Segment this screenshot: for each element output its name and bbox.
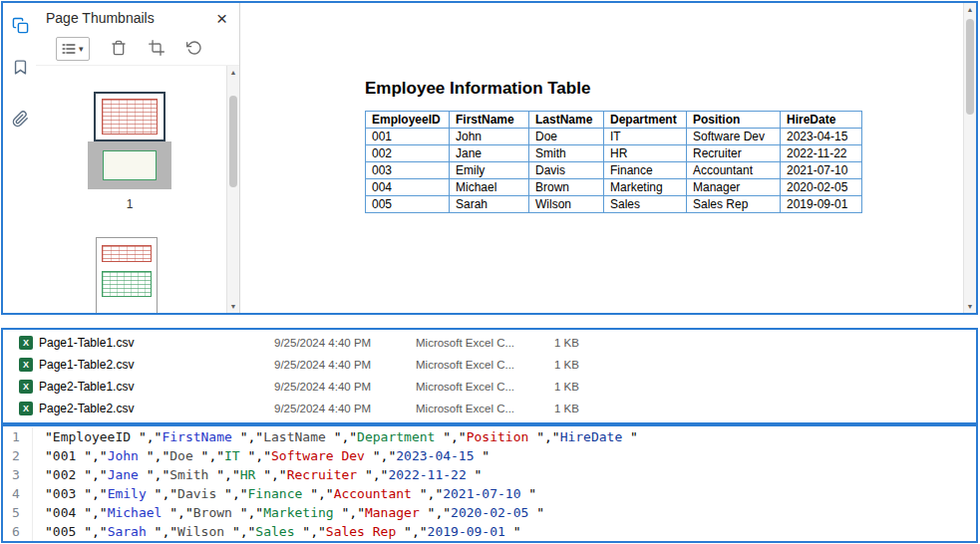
crop-icon [149, 40, 164, 56]
csv-quote: " [528, 486, 536, 501]
pdf-table-cell: Brown [529, 179, 604, 196]
page-thumbnails-button[interactable] [10, 17, 30, 37]
csv-comma: , [92, 467, 100, 482]
csv-field: 2021-07-10 [443, 486, 528, 501]
editor-line: 5"004 ","Michael ","Brown ","Marketing "… [3, 503, 976, 522]
pdf-table-cell: John [450, 129, 529, 145]
bookmark-icon [12, 59, 29, 76]
pdf-table-cell: 004 [366, 179, 450, 196]
csv-quote: " [84, 486, 92, 501]
scrollbar-thumb[interactable] [966, 19, 974, 115]
thumbnails-list: 1 ▲ ▼ [36, 66, 239, 313]
thumbnail-mini-table-red [102, 245, 152, 262]
csv-quote: " [365, 467, 373, 482]
pdf-table-cell: 001 [366, 129, 450, 145]
csv-quote: " [100, 448, 108, 463]
csv-quote: " [232, 467, 240, 482]
csv-comma: , [92, 486, 100, 501]
pdf-page-view[interactable]: Employee Information Table EmployeeIDFir… [241, 3, 962, 313]
file-row[interactable]: XPage1-Table2.csv9/25/2024 4:40 PMMicros… [3, 354, 976, 376]
file-date: 9/25/2024 4:40 PM [274, 332, 371, 354]
csv-comma: , [318, 486, 326, 501]
scrollbar-thumb[interactable] [229, 96, 237, 187]
csv-quote: " [169, 505, 177, 520]
page-1-thumbnail[interactable]: 1 [88, 92, 171, 211]
file-row[interactable]: XPage2-Table1.csv9/25/2024 4:40 PMMicros… [3, 376, 976, 398]
line-number: 2 [3, 446, 33, 465]
csv-quote: " [420, 524, 428, 539]
csv-quote: " [279, 467, 287, 482]
pdf-doc-title: Employee Information Table [365, 79, 590, 99]
scroll-up-icon[interactable]: ▲ [227, 69, 239, 76]
csv-field: Position [467, 429, 536, 444]
pdf-table-cell: Accountant [687, 162, 781, 179]
csv-quote: " [45, 467, 53, 482]
csv-field: 2019-09-01 [428, 524, 513, 539]
pdf-table-row: 005SarahWilsonSalesSales Rep2019-09-01 [366, 196, 862, 213]
file-date: 9/25/2024 4:40 PM [274, 354, 371, 376]
csv-quote: " [45, 486, 53, 501]
screen: Page Thumbnails × ▾ [0, 0, 980, 544]
csv-comma: , [147, 429, 155, 444]
csv-quote: " [482, 448, 490, 463]
editor-code: "001 ","John ","Doe ","IT ","Software De… [33, 446, 490, 465]
csv-field: 003 [53, 486, 84, 501]
pdf-table-row: 001JohnDoeITSoftware Dev2023-04-15 [366, 129, 862, 145]
delete-pages-button[interactable] [110, 40, 128, 58]
csv-quote: " [326, 486, 334, 501]
scroll-down-icon[interactable]: ▼ [964, 303, 976, 310]
editor-lines: 1"EmployeeID ","FirstName ","LastName ",… [3, 426, 976, 541]
pdf-table-header-cell: Position [687, 112, 781, 129]
file-row[interactable]: XPage2-Table2.csv9/25/2024 4:40 PMMicros… [3, 398, 976, 419]
close-icon[interactable]: × [216, 9, 227, 28]
page-2-thumbnail[interactable] [96, 237, 158, 313]
csv-quote: " [373, 448, 381, 463]
csv-quote: " [45, 524, 53, 539]
csv-quote: " [147, 467, 155, 482]
csv-field: Michael [108, 505, 170, 520]
attachments-button[interactable] [10, 111, 30, 131]
csv-field: Software Dev [271, 448, 373, 463]
file-row[interactable]: XPage1-Table1.csv9/25/2024 4:40 PMMicros… [3, 332, 976, 354]
line-number: 5 [3, 503, 33, 522]
csv-comma: , [451, 429, 459, 444]
editor-code: "003 ","Emily ","Davis ","Finance ","Acc… [33, 484, 536, 503]
file-type: Microsoft Excel C... [416, 354, 514, 376]
thumbnail-options-button[interactable]: ▾ [56, 37, 90, 61]
file-size: 1 KB [554, 354, 579, 376]
csv-quote: " [443, 505, 451, 520]
csv-quote: " [169, 486, 177, 501]
list-options-icon [62, 43, 76, 55]
csv-quote: " [513, 524, 521, 539]
csv-field: Accountant [334, 486, 420, 501]
pdf-table-cell: Michael [450, 179, 529, 196]
pdf-table-cell: Software Dev [687, 129, 781, 145]
pdf-table-cell: Wilson [529, 196, 604, 213]
pdf-table-cell: 2020-02-05 [781, 179, 862, 196]
csv-field: HR [240, 467, 263, 482]
document-scrollbar[interactable]: ▲ ▼ [963, 3, 976, 313]
file-list: XPage1-Table1.csv9/25/2024 4:40 PMMicros… [3, 330, 976, 422]
csv-quote: " [100, 467, 108, 482]
csv-field: Marketing [263, 505, 341, 520]
csv-field: Recruiter [287, 467, 365, 482]
csv-quote: " [357, 505, 365, 520]
pdf-table-row: 004MichaelBrownMarketingManager2020-02-0… [366, 179, 862, 196]
bookmarks-button[interactable] [10, 59, 30, 79]
csv-comma: , [412, 524, 420, 539]
csv-field: 002 [53, 467, 84, 482]
file-type: Microsoft Excel C... [416, 398, 514, 419]
csv-quote: " [318, 524, 326, 539]
thumbnails-scrollbar[interactable]: ▲ ▼ [226, 66, 239, 313]
rotate-pages-button[interactable] [185, 40, 203, 58]
pdf-table-cell: Manager [687, 179, 781, 196]
csv-editor-panel[interactable]: 1"EmployeeID ","FirstName ","LastName ",… [1, 424, 978, 543]
crop-pages-button[interactable] [148, 40, 165, 58]
thumbnail-mini-table-green [102, 271, 152, 297]
pdf-table-cell: 005 [366, 196, 450, 213]
csv-quote: " [263, 448, 271, 463]
pdf-table-cell: Sarah [450, 196, 529, 213]
scroll-down-icon[interactable]: ▼ [227, 303, 239, 310]
scroll-up-icon[interactable]: ▲ [964, 6, 976, 13]
csv-field: 001 [53, 448, 84, 463]
